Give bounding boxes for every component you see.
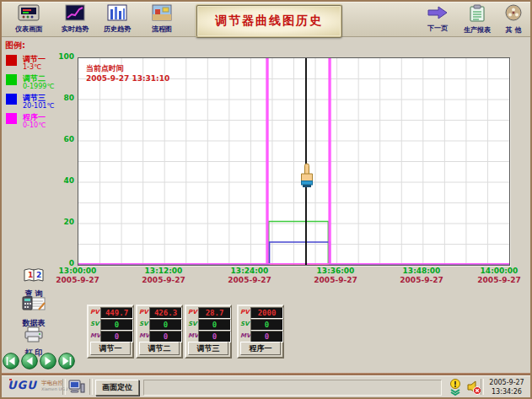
alert-icon[interactable] bbox=[449, 379, 462, 399]
mv-value: 0 bbox=[149, 331, 182, 342]
nav-next-button[interactable] bbox=[40, 353, 56, 369]
clock: 2005-9-27 13:34:26 bbox=[484, 378, 529, 396]
toolbar-button-label: 流程图 bbox=[152, 25, 172, 33]
nav-first-button[interactable] bbox=[3, 353, 19, 369]
toolbar-button-label: 下一页 bbox=[427, 24, 448, 32]
pv-value: 449.7 bbox=[100, 307, 133, 319]
x-axis-time: 14:00:00 bbox=[470, 267, 529, 275]
y-axis-tick: 40 bbox=[47, 176, 74, 185]
nav-previous-button[interactable] bbox=[21, 353, 38, 369]
svg-text:1: 1 bbox=[28, 271, 33, 279]
statusbar-divider bbox=[89, 379, 93, 395]
toolbar: 仪表画面 实时趋势 历史趋势 流程图 调节器曲线图历史 bbox=[2, 2, 530, 37]
pv-label: PV bbox=[139, 309, 148, 315]
x-axis-date: 2005-9-27 bbox=[470, 276, 529, 284]
ugu-logo: UGU bbox=[8, 380, 37, 391]
controller-panel-button[interactable]: 调节三 bbox=[188, 342, 228, 355]
toolbar-button-next-page[interactable]: 下一页 bbox=[417, 4, 458, 35]
pv-value: 2000 bbox=[250, 307, 283, 319]
toolbar-button-production-report[interactable]: 生产报表 bbox=[456, 4, 498, 35]
x-axis-date: 2005-9-27 bbox=[48, 276, 107, 284]
legend-series-range: 20-101℃ bbox=[23, 102, 54, 110]
sv-value: 0 bbox=[149, 319, 182, 331]
controller-panel-button[interactable]: 程序一 bbox=[240, 342, 281, 355]
toolbar-button-label: 仪表画面 bbox=[15, 25, 42, 33]
y-axis-tick: 80 bbox=[47, 94, 74, 102]
data-table-button[interactable]: 数据表 bbox=[12, 295, 56, 329]
x-axis-date: 2005-9-27 bbox=[220, 276, 279, 284]
y-axis-tick: 20 bbox=[47, 218, 74, 226]
legend-swatch bbox=[6, 74, 17, 85]
misc-reel-icon bbox=[504, 4, 523, 25]
pv-value: 28.7 bbox=[198, 307, 231, 319]
hmi-screen: 仪表画面 实时趋势 历史趋势 流程图 调节器曲线图历史 bbox=[0, 0, 532, 399]
trend-plot-svg bbox=[78, 58, 509, 265]
toolbar-button-flowchart[interactable]: 流程图 bbox=[139, 4, 185, 35]
legend-swatch bbox=[6, 94, 17, 105]
instrument-screen-icon bbox=[18, 4, 40, 24]
mv-value: 0 bbox=[198, 331, 231, 342]
toolbar-button-label: 实时趋势 bbox=[62, 25, 89, 33]
toolbar-button-label: 其 他 bbox=[506, 26, 522, 34]
x-axis-time: 13:00:00 bbox=[48, 267, 107, 275]
status-bar: UGU 宇电自控 Xiamen UGU AI Inc 画面定位 2005-9-2… bbox=[2, 375, 530, 398]
x-axis-time: 13:12:00 bbox=[134, 267, 193, 275]
mv-label: MV bbox=[139, 332, 149, 339]
mv-value: 0 bbox=[100, 331, 133, 342]
data-table-icon bbox=[21, 295, 46, 316]
y-axis-tick: 100 bbox=[47, 52, 74, 61]
statusbar-message-area bbox=[143, 380, 442, 396]
x-axis-date: 2005-9-27 bbox=[134, 276, 193, 284]
legend-title: 图例: bbox=[5, 40, 25, 51]
x-axis-time: 13:48:00 bbox=[392, 267, 451, 275]
trend-plot[interactable]: 当前点时间 2005-9-27 13:31:10 bbox=[78, 57, 510, 266]
controller-panel-1: PV449.7 SV0 MV0 调节一 bbox=[87, 305, 134, 359]
cursor-annotation-label: 当前点时间 bbox=[86, 63, 124, 74]
controller-panel-2: PV426.3 SV0 MV0 调节二 bbox=[136, 305, 183, 359]
status-time: 13:34:26 bbox=[492, 388, 522, 396]
controller-panel-4: PV2000 SV0 MV0 程序一 bbox=[237, 305, 284, 359]
toolbar-button-realtime-trend[interactable]: 实时趋势 bbox=[52, 4, 98, 35]
toolbar-button-history-trend[interactable]: 历史趋势 bbox=[94, 4, 140, 35]
legend-item: 调节二 0-1999℃ bbox=[5, 73, 73, 93]
speaker-muted-icon[interactable] bbox=[466, 379, 481, 399]
query-book-icon: 12 bbox=[23, 267, 45, 287]
legend-swatch bbox=[6, 55, 17, 66]
statusbar-divider bbox=[62, 379, 66, 395]
x-axis-time: 13:24:00 bbox=[220, 267, 279, 275]
screen-locate-button[interactable]: 画面定位 bbox=[95, 380, 139, 396]
page-title: 调节器曲线图历史 bbox=[215, 13, 323, 29]
toolbar-button-instrument[interactable]: 仪表画面 bbox=[6, 4, 51, 35]
computer-icon[interactable] bbox=[67, 379, 85, 399]
pv-label: PV bbox=[240, 309, 250, 315]
history-trend-icon bbox=[107, 4, 127, 24]
mv-label: MV bbox=[90, 332, 100, 339]
sv-label: SV bbox=[90, 321, 99, 327]
pv-label: PV bbox=[188, 309, 197, 315]
mv-label: MV bbox=[240, 332, 250, 339]
nav-last-button[interactable] bbox=[58, 353, 75, 369]
sv-value: 0 bbox=[100, 319, 133, 331]
sv-label: SV bbox=[188, 321, 196, 327]
controller-panel-button[interactable]: 调节一 bbox=[90, 342, 131, 355]
flowchart-icon bbox=[152, 4, 172, 24]
status-date: 2005-9-27 bbox=[489, 379, 524, 386]
legend-item: 程序一 0-10℃ bbox=[5, 112, 73, 132]
legend-series-range: 1-3℃ bbox=[23, 63, 41, 71]
legend-swatch bbox=[6, 113, 17, 124]
next-page-arrow-icon bbox=[427, 4, 449, 24]
toolbar-button-misc[interactable]: 其 他 bbox=[496, 4, 531, 35]
svg-text:2: 2 bbox=[36, 271, 41, 279]
sv-value: 0 bbox=[250, 319, 283, 331]
toolbar-button-label: 生产报表 bbox=[464, 26, 491, 34]
mv-label: MV bbox=[188, 332, 198, 339]
controller-panel-3: PV28.7 SV0 MV0 调节三 bbox=[185, 305, 232, 359]
controller-panel-button[interactable]: 调节二 bbox=[139, 342, 180, 355]
x-axis-date: 2005-9-27 bbox=[392, 276, 451, 284]
sv-label: SV bbox=[240, 321, 249, 327]
sv-label: SV bbox=[139, 321, 148, 327]
print-icon bbox=[24, 326, 44, 346]
pv-value: 426.3 bbox=[149, 307, 182, 319]
y-axis-tick: 60 bbox=[47, 135, 74, 143]
legend-series-range: 0-10℃ bbox=[23, 121, 46, 129]
